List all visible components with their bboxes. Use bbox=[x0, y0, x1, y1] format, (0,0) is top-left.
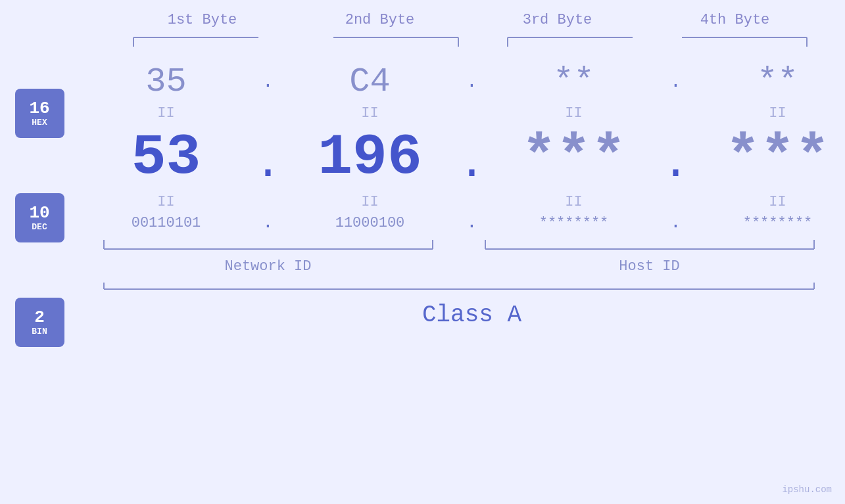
network-bottom-bracket bbox=[84, 237, 452, 256]
bin-badge-num: 2 bbox=[34, 308, 45, 327]
dot2-hex: . bbox=[452, 73, 492, 91]
watermark: ipshu.com bbox=[782, 484, 832, 495]
dot3-dec: . bbox=[656, 135, 696, 180]
byte1-top-bracket bbox=[114, 31, 275, 49]
host-bottom-bracket bbox=[466, 237, 834, 256]
class-row: Class A bbox=[84, 302, 846, 329]
hex-badge: 16 HEX bbox=[15, 89, 64, 138]
main-area: 16 HEX 10 DEC 2 BIN 35 . C4 bbox=[15, 56, 831, 347]
eq1-2: II bbox=[288, 105, 452, 122]
dot3-hex: . bbox=[656, 73, 696, 91]
byte2-top-bracket bbox=[314, 31, 475, 49]
byte3-header: 3rd Byte bbox=[485, 12, 630, 28]
dot1-dec: . bbox=[249, 135, 288, 180]
dec-badge-num: 10 bbox=[29, 204, 49, 223]
hex-byte4: ** bbox=[696, 62, 846, 101]
dot2-bin: . bbox=[452, 214, 492, 232]
hex-badge-label: HEX bbox=[32, 118, 47, 127]
dec-row: 53 . 196 . *** . *** bbox=[84, 125, 846, 190]
class-bracket bbox=[84, 280, 834, 293]
equals-row-2: II II II II bbox=[84, 190, 846, 214]
dec-byte1: 53 bbox=[84, 125, 249, 190]
bin-byte4: ******** bbox=[696, 215, 846, 231]
hex-byte3: ** bbox=[492, 62, 656, 101]
bin-row: 00110101 . 11000100 . ******** . *******… bbox=[84, 214, 846, 232]
eq2-2: II bbox=[288, 194, 452, 210]
byte3-top-bracket bbox=[488, 31, 649, 49]
value-grid: 35 . C4 . ** . ** II II bbox=[84, 56, 846, 329]
bin-byte1: 00110101 bbox=[84, 215, 249, 231]
bin-badge-label: BIN bbox=[32, 327, 47, 336]
badges-column: 16 HEX 10 DEC 2 BIN bbox=[15, 89, 64, 347]
hex-byte1: 35 bbox=[84, 62, 249, 101]
network-id-label: Network ID bbox=[224, 258, 311, 275]
host-id-label: Host ID bbox=[619, 258, 679, 275]
byte2-header: 2nd Byte bbox=[308, 12, 452, 28]
dec-byte4: *** bbox=[696, 125, 846, 190]
bin-byte3: ******** bbox=[492, 215, 656, 231]
class-label: Class A bbox=[422, 302, 521, 329]
dot3-bin: . bbox=[656, 214, 696, 232]
eq1-3: II bbox=[492, 105, 656, 122]
eq2-1: II bbox=[84, 194, 249, 210]
byte1-header: 1st Byte bbox=[130, 12, 275, 28]
hex-badge-num: 16 bbox=[29, 99, 49, 118]
hex-row: 35 . C4 . ** . ** bbox=[84, 62, 846, 101]
eq2-4: II bbox=[696, 194, 846, 210]
bin-badge: 2 BIN bbox=[15, 298, 64, 347]
dec-byte2: 196 bbox=[288, 125, 452, 190]
eq1-1: II bbox=[84, 105, 249, 122]
dec-badge: 10 DEC bbox=[15, 193, 64, 242]
byte-headers: 1st Byte 2nd Byte 3rd Byte 4th Byte bbox=[114, 12, 824, 28]
main-container: 1st Byte 2nd Byte 3rd Byte 4th Byte bbox=[0, 0, 845, 504]
byte4-header: 4th Byte bbox=[663, 12, 808, 28]
equals-row-1: II II II II bbox=[84, 101, 846, 125]
dot1-bin: . bbox=[249, 214, 288, 232]
dot2-dec: . bbox=[452, 135, 492, 180]
eq1-4: II bbox=[696, 105, 846, 122]
eq2-3: II bbox=[492, 194, 656, 210]
byte4-top-bracket bbox=[662, 31, 823, 49]
dot1-hex: . bbox=[249, 73, 288, 91]
hex-byte2: C4 bbox=[288, 62, 452, 101]
bin-byte2: 11000100 bbox=[288, 215, 452, 231]
dec-byte3: *** bbox=[492, 125, 656, 190]
dec-badge-label: DEC bbox=[32, 222, 47, 232]
